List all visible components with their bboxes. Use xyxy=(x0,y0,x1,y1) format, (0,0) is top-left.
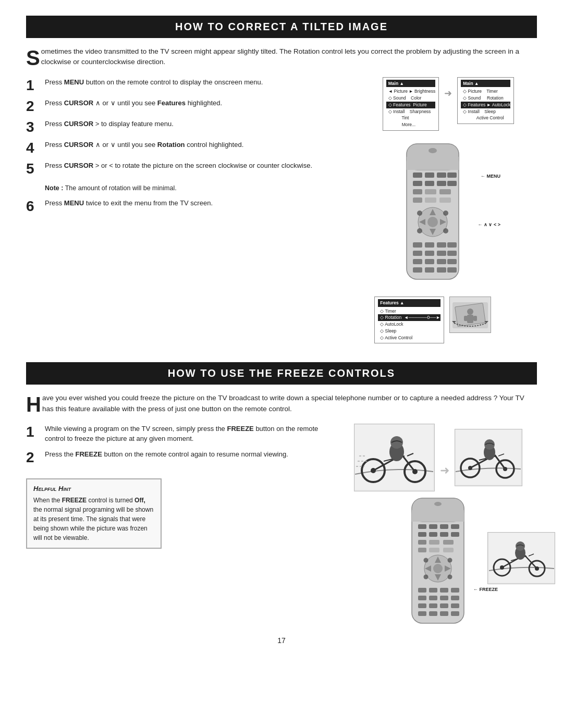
svg-rect-81 xyxy=(418,524,426,529)
svg-rect-91 xyxy=(443,540,454,545)
svg-rect-113 xyxy=(418,603,426,608)
step-3-text: Press CURSOR > to display feature menu. xyxy=(45,119,349,129)
svg-point-24 xyxy=(417,211,422,216)
svg-rect-88 xyxy=(451,532,459,537)
svg-rect-119 xyxy=(440,611,448,616)
intro-paragraph-1: S ometimes the video transmitted to the … xyxy=(26,46,537,68)
svg-rect-31 xyxy=(447,242,457,248)
svg-rect-111 xyxy=(440,596,448,600)
svg-rect-7 xyxy=(447,172,457,178)
svg-rect-114 xyxy=(429,603,437,608)
svg-rect-11 xyxy=(447,181,457,186)
section-freeze-controls: How To Use The Freeze Controls H ave you… xyxy=(26,362,537,626)
motorbike-images-top: ➜ xyxy=(354,424,522,491)
freeze-step-1-number: 1 xyxy=(26,425,45,439)
section-correct-tilted: How To Correct A Tilted Image S ometimes… xyxy=(26,16,537,343)
svg-rect-32 xyxy=(413,251,422,256)
motorbike-svg-2 xyxy=(456,430,521,485)
motorbike-image-1 xyxy=(354,424,435,491)
svg-rect-4 xyxy=(413,172,422,178)
svg-rect-5 xyxy=(425,172,434,178)
svg-rect-40 xyxy=(413,267,422,273)
freeze-remote-svg xyxy=(404,496,472,626)
svg-rect-109 xyxy=(418,596,426,600)
svg-rect-89 xyxy=(418,540,426,545)
svg-rect-110 xyxy=(429,596,437,600)
step-4-number: 4 xyxy=(26,141,45,155)
svg-rect-9 xyxy=(425,181,434,186)
steps-column: 1 Press MENU button on the remote contro… xyxy=(26,77,349,344)
svg-rect-120 xyxy=(451,611,459,616)
svg-rect-49 xyxy=(473,316,477,321)
freeze-button-label: ← FREEZE xyxy=(473,587,498,592)
svg-rect-12 xyxy=(413,189,422,194)
menu-screen-1: Main ▲ ◄ Picture ► Brightness ◇ Sound Co… xyxy=(383,77,439,131)
svg-rect-107 xyxy=(440,588,448,593)
drop-cap-h: H xyxy=(26,394,41,415)
svg-rect-10 xyxy=(437,181,446,186)
svg-point-100 xyxy=(433,564,443,573)
rotation-svg xyxy=(450,297,491,332)
freeze-step-2-text: Press the FREEZE button on the remote co… xyxy=(45,449,328,460)
bottom-screens-row: Features ▲ ◇ Timer ◇ Rotation ◄──────0──… xyxy=(374,297,491,344)
motorbike-image-3 xyxy=(487,532,555,584)
note-row: Note : The amount of rotation will be mi… xyxy=(26,181,349,193)
svg-rect-34 xyxy=(437,251,446,256)
svg-rect-35 xyxy=(447,251,457,256)
helpful-hint-text: When the FREEZE control is turned Off, t… xyxy=(33,496,154,542)
step-5-number: 5 xyxy=(26,162,45,176)
cursor-label: ← ∧ ∨ < > xyxy=(478,222,500,227)
svg-rect-105 xyxy=(418,588,426,593)
step-5-text: Press CURSOR > or < to rotate the pictur… xyxy=(45,161,349,171)
svg-rect-39 xyxy=(447,259,457,264)
freeze-step-2-row: 2 Press the FREEZE button on the remote … xyxy=(26,449,328,465)
svg-rect-112 xyxy=(451,596,459,600)
menu-screen-3: Features ▲ ◇ Timer ◇ Rotation ◄──────0──… xyxy=(374,297,444,344)
svg-rect-41 xyxy=(425,267,434,273)
step-2-row: 2 Press CURSOR ∧ or ∨ until you see Feat… xyxy=(26,98,349,114)
step-6-number: 6 xyxy=(26,199,45,214)
svg-rect-117 xyxy=(418,611,426,616)
svg-rect-42 xyxy=(437,267,446,273)
svg-rect-84 xyxy=(451,524,459,529)
freeze-content-row: 1 While viewing a program on the TV scre… xyxy=(26,424,537,626)
svg-point-104 xyxy=(448,574,452,579)
svg-point-80 xyxy=(434,502,442,506)
svg-point-25 xyxy=(443,211,448,216)
remote-control-wrap: ← MENU ← ∧ ∨ < > xyxy=(396,141,500,287)
note-text: Note : The amount of rotation will be mi… xyxy=(45,183,177,193)
arrow-freeze-1: ➜ xyxy=(440,450,449,491)
step-2-number: 2 xyxy=(26,99,45,114)
step-6-row: 6 Press MENU twice to exit the menu from… xyxy=(26,198,349,214)
svg-rect-82 xyxy=(429,524,437,529)
svg-rect-106 xyxy=(429,588,437,593)
motorbike-svg-1 xyxy=(355,425,433,490)
svg-rect-118 xyxy=(429,611,437,616)
svg-rect-116 xyxy=(451,603,459,608)
svg-point-26 xyxy=(417,228,422,233)
svg-rect-6 xyxy=(437,172,446,178)
intro-paragraph-2: H ave you ever wished you could freeze t… xyxy=(26,393,537,414)
svg-rect-37 xyxy=(425,259,434,264)
freeze-steps-column: 1 While viewing a program on the TV scre… xyxy=(26,424,328,626)
menu-label: ← MENU xyxy=(481,174,500,179)
svg-rect-48 xyxy=(464,316,468,321)
svg-rect-79 xyxy=(412,510,464,522)
helpful-hint-box: Helpful Hint When the FREEZE control is … xyxy=(26,478,162,549)
svg-point-3 xyxy=(429,148,437,153)
svg-rect-94 xyxy=(443,548,454,552)
svg-rect-86 xyxy=(429,532,437,537)
remote-svg xyxy=(396,141,469,287)
step-6-text: Press MENU twice to exit the menu from t… xyxy=(45,198,349,208)
motorbike-image-2 xyxy=(455,429,522,486)
svg-rect-47 xyxy=(467,315,473,323)
svg-rect-38 xyxy=(437,259,446,264)
freeze-step-2-number: 2 xyxy=(26,450,45,465)
freeze-step-1-text: While viewing a program on the TV screen… xyxy=(45,424,328,444)
freeze-step-1-row: 1 While viewing a program on the TV scre… xyxy=(26,424,328,444)
svg-rect-30 xyxy=(437,242,446,248)
svg-rect-17 xyxy=(439,198,451,203)
svg-rect-33 xyxy=(425,251,434,256)
svg-rect-92 xyxy=(418,548,426,552)
motorbike-svg-3 xyxy=(489,533,554,583)
